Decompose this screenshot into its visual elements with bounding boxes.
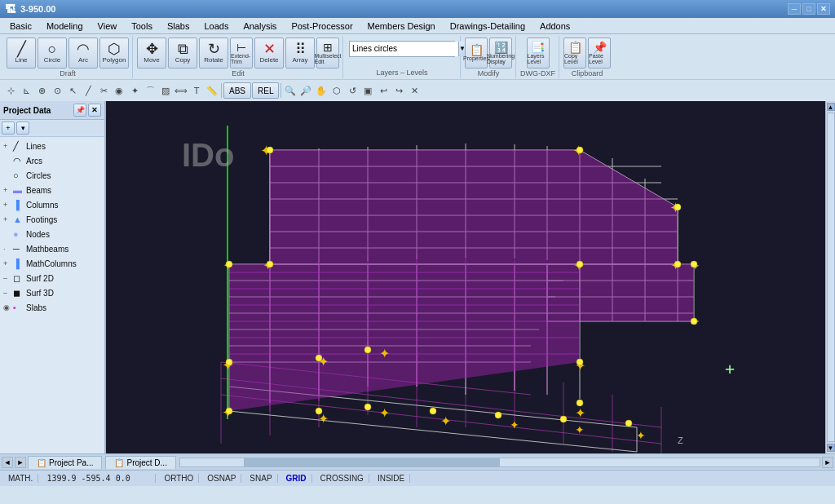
rotate-button[interactable]: ↻ Rotate	[199, 38, 228, 69]
text-button[interactable]: T	[189, 83, 204, 98]
menu-loads[interactable]: Loads	[197, 20, 235, 33]
front-view-button[interactable]: ▣	[360, 83, 375, 98]
minimize-button[interactable]: ─	[788, 3, 801, 15]
paste-level-icon: 📌	[593, 42, 607, 53]
tree-item-mathbeams[interactable]: · ─ Mathbeams	[0, 241, 104, 256]
properties-button[interactable]: 📋 Properties	[465, 38, 488, 69]
select-button[interactable]: ↖	[65, 83, 80, 98]
zoom-in-button[interactable]: 🔍	[283, 83, 298, 98]
fillet-button[interactable]: ⌒	[143, 83, 157, 98]
layers-combo-input[interactable]	[350, 42, 458, 56]
numbering-display-button[interactable]: 🔢 Numbering Display	[489, 38, 512, 69]
hatch-button[interactable]: ▨	[158, 83, 173, 98]
scroll-track[interactable]	[827, 113, 835, 442]
menu-post-processor[interactable]: Post-Processor	[285, 20, 359, 33]
scrollbar-thumb[interactable]	[244, 458, 500, 466]
tree-item-nodes[interactable]: ● Nodes	[0, 227, 104, 241]
menu-members-design[interactable]: Members Design	[361, 20, 442, 33]
delete-button[interactable]: ✕ Delete	[254, 38, 284, 69]
abs-button[interactable]: ABS	[223, 82, 251, 99]
ido-watermark: IDo	[182, 137, 234, 173]
snap-to-grid-button[interactable]: ⊹	[3, 83, 18, 98]
tree-item-lines[interactable]: + ╱ Lines	[0, 139, 104, 153]
pan-button[interactable]: ✋	[314, 83, 329, 98]
move-button[interactable]: ✥ Move	[137, 38, 166, 69]
panel-expand-button[interactable]: ▾	[16, 122, 29, 135]
tree-item-beams[interactable]: + ▬ Beams	[0, 183, 104, 197]
paste-level-button[interactable]: 📌 Paste Level	[588, 38, 611, 69]
tree-expand-surf3d: –	[3, 289, 13, 297]
zoom-out-button[interactable]: 🔎	[298, 83, 313, 98]
tree-item-mathcolumns[interactable]: + ▐ MathColumns	[0, 256, 104, 271]
measure-button[interactable]: 📏	[205, 83, 219, 98]
copy-level-button[interactable]: 📋 Copy Level	[563, 38, 586, 69]
status-ortho[interactable]: ORTHO	[159, 474, 199, 483]
menu-drawings-detailing[interactable]: Drawings-Detailing	[444, 20, 532, 33]
panel-pin-button[interactable]: 📌	[73, 104, 86, 117]
close-button[interactable]: ✕	[817, 3, 830, 15]
arc-button[interactable]: ◠ Arc	[68, 38, 98, 69]
tab-scroll-left-button[interactable]: ◄	[2, 457, 13, 468]
status-crossing[interactable]: CROSSING	[316, 474, 369, 483]
layers-combo[interactable]: ▼	[349, 41, 455, 57]
horizontal-scrollbar[interactable]	[179, 458, 820, 467]
tab-project-palette[interactable]: 📋 Project Pa...	[28, 456, 102, 469]
tree-item-slabs[interactable]: ◉ ▪ Slabs	[0, 300, 104, 315]
3d-view-button[interactable]: ⬡	[329, 83, 344, 98]
properties-icon: 📋	[470, 44, 484, 55]
osnap-button[interactable]: ⊕	[34, 83, 49, 98]
menu-addons[interactable]: Addons	[533, 20, 577, 33]
line-button[interactable]: ╱ Line	[7, 38, 36, 69]
extend-trim-button[interactable]: ⊢ Extend-Trim	[230, 38, 253, 69]
zoom-extent-button[interactable]: ⊙	[50, 83, 64, 98]
maximize-button[interactable]: □	[802, 3, 815, 15]
status-grid[interactable]: GRID	[281, 474, 312, 483]
panel-toolbar: + ▾	[0, 120, 104, 137]
tree-item-surf3d[interactable]: – ◼ Surf 3D	[0, 285, 104, 300]
copy-button[interactable]: ⧉ Copy	[168, 38, 197, 69]
status-inside[interactable]: INSIDE	[373, 474, 410, 483]
svg-point-106	[226, 359, 232, 365]
undo-button[interactable]: ↩	[376, 83, 391, 98]
redo-button[interactable]: ↪	[391, 83, 406, 98]
hscroll-right-button[interactable]: ►	[822, 457, 833, 468]
status-osnap[interactable]: OSNAP	[202, 474, 241, 483]
tab-scroll-right-button[interactable]: ►	[15, 457, 26, 468]
scroll-up-button[interactable]: ▲	[827, 103, 835, 111]
tree-item-arcs[interactable]: ◠ Arcs	[0, 153, 104, 168]
polygon-button[interactable]: ⬡ Polygon	[99, 38, 129, 69]
tree-item-circles[interactable]: ○ Circles	[0, 168, 104, 183]
viewport-scrollbar[interactable]: ▲ ▼	[825, 101, 835, 453]
scroll-down-button[interactable]: ▼	[827, 444, 835, 452]
circle-button[interactable]: ○ Circle	[38, 38, 67, 69]
menu-slabs[interactable]: Slabs	[161, 20, 197, 33]
menu-analysis[interactable]: Analysis	[236, 20, 283, 33]
status-snap[interactable]: SNAP	[245, 474, 277, 483]
line-tool-button[interactable]: ╱	[81, 83, 95, 98]
tree-item-surf2d[interactable]: – ◻ Surf 2D	[0, 271, 104, 285]
ortho-button[interactable]: ⊾	[19, 83, 33, 98]
viewport[interactable]: ✦ ✦ ✦ ✦ ✦ ✦ ✦ ✦ ✦ ✦ ✦ ✦ ✦ ✦ ✦ ✦ ✦ ✦ ✦	[106, 101, 825, 453]
intersect-button[interactable]: ✦	[127, 83, 142, 98]
tab-project-data[interactable]: 📋 Project D...	[105, 456, 175, 469]
multiselect-edit-button[interactable]: ⊞ Multiselect Edit	[316, 38, 339, 69]
menu-view[interactable]: View	[91, 20, 124, 33]
tab-project-palette-label: Project Pa...	[49, 458, 93, 467]
close-view-button[interactable]: ✕	[407, 83, 422, 98]
panel-close-button[interactable]: ✕	[88, 104, 101, 117]
rotate-view-button[interactable]: ↺	[345, 83, 360, 98]
menu-basic[interactable]: Basic	[3, 20, 38, 33]
tree-item-footings[interactable]: + ▲ Footings	[0, 212, 104, 227]
array-button[interactable]: ⠿ Array	[285, 38, 315, 69]
trim-button[interactable]: ✂	[96, 83, 111, 98]
layers-level-button[interactable]: 📑 Layers Level	[527, 38, 550, 69]
tree-item-columns[interactable]: + ▐ Columns	[0, 197, 104, 212]
clipboard-label: Clipboard	[572, 69, 603, 77]
menu-modeling[interactable]: Modeling	[40, 20, 90, 33]
rel-button[interactable]: REL	[252, 82, 279, 99]
extend-trim-icon: ⊢	[236, 42, 246, 53]
menu-tools[interactable]: Tools	[125, 20, 159, 33]
node-button[interactable]: ◉	[112, 83, 126, 98]
dim-button[interactable]: ⟺	[174, 83, 188, 98]
panel-add-button[interactable]: +	[2, 122, 15, 135]
